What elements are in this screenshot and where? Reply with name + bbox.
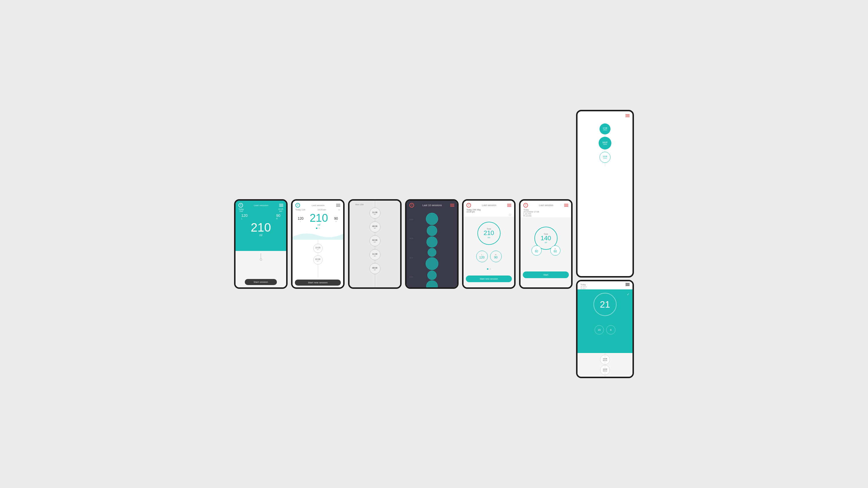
bubble-6	[427, 270, 437, 280]
screen1-bignum: 210	[251, 222, 271, 234]
bubble-4	[428, 248, 436, 257]
left-circle: L 120	[476, 251, 488, 262]
start-new-session-button[interactable]: Start new session	[295, 280, 341, 286]
screen2-timeline: 10:25 am 02:30 pm	[292, 240, 343, 278]
screen1-header: ? Last session Today 2nd 10:25 am	[236, 201, 286, 251]
screen6-right-circle: R 60	[550, 246, 560, 256]
s3-dot-2: 08:30 am	[370, 222, 380, 232]
bubble-chart	[426, 213, 438, 289]
history-dot-3: 13:26 110ml	[599, 152, 611, 163]
history-header	[578, 111, 632, 120]
screen8-body: 21 15 6 ✓	[578, 289, 632, 353]
screen3-body: Mon 15th 11:30 am 08:30 am 02:30 pm 11:3…	[349, 201, 400, 287]
timeline-dot-2: 02:30 pm	[313, 255, 322, 264]
screen5-titlerow: ? Last session	[466, 203, 511, 207]
screen2-title: Last session	[312, 204, 324, 207]
menu-icon2[interactable]	[336, 204, 340, 207]
screen5-title: Last session	[482, 204, 496, 207]
history-dot-1: 17:06 140ml	[599, 124, 611, 134]
time-label: 10:25 am	[278, 208, 283, 212]
total-circle: Total 210 ml	[477, 222, 500, 245]
screen1-title: Last session	[254, 204, 268, 207]
timeline-dot-1: 10:25 am	[313, 244, 322, 253]
screen2-lrrow: 120 L 210 ml 90 R	[296, 213, 340, 226]
bubble-2	[427, 226, 437, 236]
drip-icon	[260, 253, 262, 261]
screen8-phone: Today 28-30 th 22 min 21	[576, 280, 634, 378]
s3-dot-5: 08:30 am	[370, 263, 380, 274]
screen1-phone: ? Last session Today 2nd 10:25 am	[234, 199, 288, 289]
screen3-date: Mon 15th	[355, 203, 364, 205]
screen5-header: ? Last session Today 15th May 10:25 pm ⓘ	[464, 201, 514, 217]
screen4-chart: 60:0048:0036:0024:0012:0000:00	[406, 210, 457, 289]
screen4-header: ? Last 10 sessions	[406, 201, 457, 210]
screen8-right-small: 6	[606, 325, 615, 334]
history-dot-2: 14:27 160ml	[599, 137, 611, 150]
screen2-daterow: Today 11th 10:25 am ✏	[296, 209, 340, 211]
bubble-5	[426, 257, 438, 270]
screen6-dateinfo: Today 24 October 17:06 L 21 min R 13 min	[523, 209, 568, 217]
help-icon6[interactable]: ?	[523, 203, 528, 207]
screen5-body: Total 210 ml L 120 R 90	[464, 217, 514, 287]
screen3-phone: Mon 15th 11:30 am 08:30 am 02:30 pm 11:3…	[348, 199, 402, 289]
history-timeline: 17:06 140ml 14:27 160ml 13:26 110ml	[580, 122, 629, 166]
screen8-bottom: 14:30 900ml 14:30 900ml	[578, 353, 632, 377]
menu-icon6[interactable]	[564, 204, 568, 207]
start-button6[interactable]: Start	[523, 271, 569, 278]
screen4-title: Last 10 sessions	[414, 204, 450, 207]
screen8-header: Today 28-30 th 22 min	[578, 281, 632, 289]
screen1-topbar: ? Last session	[239, 203, 283, 207]
screen6-title: Last session	[539, 204, 553, 207]
screen1-daterow: Today 2nd 10:25 am	[239, 208, 283, 212]
screen2-footer: Start new session	[292, 278, 343, 287]
menu-icon8[interactable]	[625, 283, 629, 286]
screen5-phone: ? Last session Today 15th May 10:25 pm ⓘ	[462, 199, 516, 289]
left-value: 120 L	[241, 214, 248, 220]
screen6-circles: Total 140 ml L 80 R 60	[533, 227, 559, 253]
lr-circles: L 120 R 90	[476, 251, 502, 262]
menu-icon5[interactable]	[507, 204, 511, 207]
bubble-7	[426, 281, 438, 289]
screen6-left-circle: L 80	[531, 246, 541, 256]
right-column: 17:06 140ml 14:27 160ml 13:26 110ml	[576, 110, 634, 378]
screen8-small-circles: 15 6	[595, 325, 615, 334]
help-icon5[interactable]: ?	[466, 203, 471, 207]
right-circle: R 90	[490, 251, 502, 262]
screen2-dots	[296, 228, 340, 229]
help-icon[interactable]: ?	[239, 203, 243, 207]
menu-icon[interactable]	[279, 204, 283, 207]
menu-icon4[interactable]	[450, 204, 454, 207]
screen1-body: Start session	[236, 251, 286, 287]
dots-indicator	[487, 268, 491, 270]
checkmark-icon[interactable]: ✓	[627, 292, 629, 296]
screen1-unit: ml	[259, 234, 262, 237]
screen2-phone: ? Last session Today 11th 10:25 am ✏ 120…	[291, 199, 345, 289]
screen6-phone: ? Last session Today 24 October 17:06 L …	[519, 199, 572, 289]
help-icon4[interactable]: ?	[409, 203, 414, 207]
help-icon2[interactable]: ?	[296, 203, 300, 207]
menu-icon-history[interactable]	[625, 114, 629, 117]
bubble-1	[426, 213, 438, 225]
s3-dot-3: 02:30 pm	[370, 235, 380, 246]
history-body: 17:06 140ml 14:27 160ml 13:26 110ml	[578, 120, 632, 276]
screen6-body: Total 140 ml L 80 R 60 Start	[521, 218, 571, 287]
screen2-header: ? Last session Today 11th 10:25 am ✏ 120…	[292, 201, 343, 240]
s3-dot-1: 11:30 am	[370, 207, 380, 219]
start-new-session-button5[interactable]: Start new session	[466, 275, 512, 282]
start-session-button[interactable]: Start session	[245, 279, 277, 285]
screen4-phone: ? Last 10 sessions 60:0048:0036:0024:001…	[405, 199, 459, 289]
info-icon[interactable]: ⓘ	[466, 214, 511, 217]
bubble-3	[427, 236, 437, 248]
s3-dot-4: 11:30 am	[370, 249, 380, 260]
today-label: Today 2nd	[239, 208, 244, 212]
screen8-left-small: 15	[595, 325, 604, 334]
right-value: 90 R	[276, 214, 280, 220]
screen8-outer-circle: 21	[593, 293, 617, 316]
history-phone: 17:06 140ml 14:27 160ml 13:26 110ml	[576, 110, 634, 278]
screen8-topbar: Today	[580, 283, 629, 286]
screen6-titlerow: ? Last session	[523, 203, 568, 207]
screen6-header: ? Last session Today 24 October 17:06 L …	[521, 201, 571, 218]
screen1-lrrow: 120 L 90 R	[239, 214, 283, 220]
screen5-dateinfo: Today 15th May 10:25 pm	[466, 209, 511, 213]
